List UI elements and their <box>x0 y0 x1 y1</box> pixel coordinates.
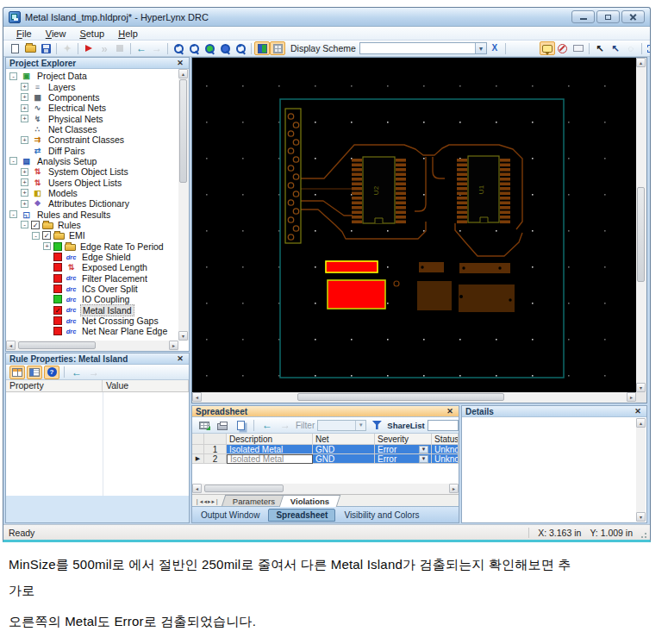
no-pick-button[interactable] <box>555 41 571 55</box>
dock-tab-visibility-and-colors[interactable]: Visibility and Colors <box>337 510 426 521</box>
open-file-button[interactable] <box>22 41 38 55</box>
tree-item-filter-placement[interactable]: drcFilter Placement <box>8 273 178 284</box>
collapse-icon[interactable]: - <box>9 72 17 80</box>
first-sheet-icon[interactable]: ❘◂ <box>195 498 203 505</box>
tooltip-button[interactable] <box>540 41 555 55</box>
dock-tab-spreadsheet[interactable]: Spreadsheet <box>268 509 335 522</box>
expand-icon[interactable]: + <box>21 115 28 122</box>
stop-button[interactable] <box>112 41 128 55</box>
properties-tree-button[interactable] <box>27 366 42 379</box>
tree-item-net-classes[interactable]: ∴Net Classes <box>8 124 178 134</box>
tree-item-ics-over-split[interactable]: drcICs Over Split <box>8 284 178 294</box>
back-button[interactable]: ← <box>134 41 149 55</box>
last-sheet-icon[interactable]: ▸❘ <box>211 498 219 505</box>
checkbox-filter-placement[interactable] <box>53 274 62 283</box>
filter-apply-button[interactable] <box>369 418 384 432</box>
project-tree-vscrollbar[interactable]: ▴ ▾ <box>178 69 189 341</box>
sheet-back-button[interactable]: ← <box>259 418 275 432</box>
run-button[interactable] <box>81 41 97 55</box>
property-column-header[interactable]: Property <box>6 380 103 391</box>
sheet-forward-button[interactable]: → <box>278 418 293 432</box>
details-close-icon[interactable]: ✕ <box>633 407 643 416</box>
next-sheet-icon[interactable]: ▸ <box>208 498 211 505</box>
export-table-button[interactable] <box>197 418 212 432</box>
description-cell[interactable]: Isolated Metal <box>227 445 313 454</box>
expand-icon[interactable]: + <box>21 200 28 208</box>
project-explorer-close-icon[interactable]: ✕ <box>175 59 185 67</box>
expand-icon[interactable]: + <box>21 136 28 144</box>
checkbox-net-crossing-gaps[interactable] <box>53 316 62 325</box>
maximize-button[interactable] <box>596 10 620 23</box>
expand-icon[interactable]: + <box>21 189 28 197</box>
tree-item-electrical-nets[interactable]: +∿Electrical Nets <box>8 103 178 113</box>
new-file-button[interactable] <box>7 41 22 55</box>
collapse-icon[interactable]: - <box>9 210 17 218</box>
swap-nets-button[interactable]: X <box>487 41 503 55</box>
zoom-region-button[interactable] <box>202 41 217 55</box>
select-add-button[interactable]: ↖ <box>608 41 623 55</box>
menu-view[interactable]: View <box>40 28 72 39</box>
tree-item-rules[interactable]: -✓Rules <box>8 220 178 230</box>
tree-item-io-coupling[interactable]: drcIO Coupling <box>8 294 178 304</box>
wand-button[interactable]: ✦ <box>59 41 75 55</box>
tree-item-rules-and-results[interactable]: -◱Rules and Results <box>8 209 178 219</box>
expand-icon[interactable]: + <box>21 168 28 176</box>
rp-back-button[interactable]: ← <box>69 366 84 379</box>
violation-row-2[interactable]: ▶2Isolated MetalGNDError▼Unkno <box>192 454 459 464</box>
net-cell[interactable]: GND <box>313 454 375 464</box>
forward-button[interactable]: → <box>149 41 165 55</box>
severity-dropdown-icon[interactable]: ▼ <box>419 446 428 453</box>
resize-grip[interactable] <box>640 530 648 538</box>
select-normal-button[interactable]: ↖ <box>592 41 608 55</box>
sheet-tab-violations[interactable]: Violations <box>279 495 341 507</box>
tree-item-metal-island[interactable]: ✓drcMetal Island <box>8 305 178 316</box>
tree-item-constraint-classes[interactable]: +⇉Constraint Classes <box>8 134 178 145</box>
help-button[interactable] <box>44 366 59 379</box>
rp-forward-button[interactable]: → <box>86 366 102 379</box>
copy-format-button[interactable] <box>509 41 524 55</box>
severity-cell[interactable]: Error▼ <box>375 445 432 454</box>
checkbox-io-coupling[interactable] <box>53 295 62 303</box>
step-over-button[interactable]: » <box>97 41 112 55</box>
tree-item-edge-shield[interactable]: drcEdge Shield <box>8 252 178 262</box>
details-content[interactable] <box>462 417 646 522</box>
copy-button[interactable] <box>233 418 248 432</box>
tree-item-net-near-plane-edge[interactable]: drcNet Near Plane Edge <box>8 326 178 336</box>
menu-setup[interactable]: Setup <box>73 28 110 39</box>
checkbox-edge-rate-to-period[interactable] <box>53 242 62 251</box>
canvas-hscrollbar[interactable]: ◂ ▸ <box>192 392 636 403</box>
net-link[interactable]: GND <box>315 445 334 454</box>
expand-icon[interactable]: + <box>21 93 28 101</box>
menu-file[interactable]: File <box>10 28 38 39</box>
checkbox-metal-island[interactable]: ✓ <box>53 306 62 315</box>
zoom-in-button[interactable]: + <box>171 41 186 55</box>
canvas-vscrollbar[interactable]: ▴ ▾ <box>636 58 646 392</box>
metal-island-violation-2[interactable] <box>328 280 385 309</box>
tree-item-physical-nets[interactable]: +↯Physical Nets <box>8 113 178 123</box>
net-link[interactable]: GND <box>315 454 334 464</box>
spreadsheet-hscrollbar[interactable]: ◂ ▸ <box>192 484 459 494</box>
checkbox-net-near-plane-edge[interactable] <box>53 327 62 335</box>
minimize-button[interactable] <box>571 10 595 23</box>
paste-format-button[interactable] <box>524 41 540 55</box>
select-area-button[interactable] <box>645 41 650 55</box>
expand-icon[interactable]: + <box>21 83 28 91</box>
sharelist-input[interactable] <box>428 420 459 431</box>
tree-item-models[interactable]: +◧Models <box>8 188 178 198</box>
tree-item-attributes-dictionary[interactable]: +❖Attributes Dictionary <box>8 198 178 209</box>
column-header-status[interactable]: Status <box>432 434 459 445</box>
column-header-description[interactable]: Description <box>227 434 313 445</box>
status-cell[interactable]: Unkno <box>432 454 459 464</box>
print-button[interactable] <box>215 418 230 432</box>
lasso-button[interactable]: ◌ <box>623 41 639 55</box>
expand-icon[interactable]: + <box>21 104 28 112</box>
spreadsheet-close-icon[interactable]: ✕ <box>445 407 455 416</box>
zoom-out-button[interactable]: − <box>186 41 202 55</box>
column-header-severity[interactable]: Severity <box>375 434 432 445</box>
properties-table-button[interactable] <box>9 366 25 379</box>
save-button[interactable] <box>38 41 53 55</box>
tree-item-exposed-length[interactable]: ⇅Exposed Length <box>8 262 178 272</box>
rule-properties-grid[interactable] <box>6 392 189 496</box>
checkbox-exposed-length[interactable] <box>53 263 62 272</box>
collapse-icon[interactable]: - <box>9 157 17 165</box>
